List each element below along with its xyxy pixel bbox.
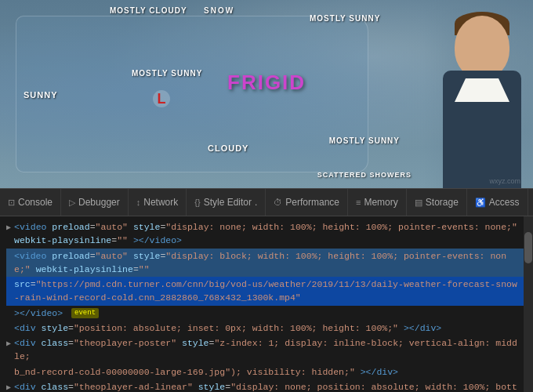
tab-storage[interactable]: ▤ Storage <box>407 189 467 216</box>
code-line-1: ▶ <video preload="auto" style="display: … <box>6 220 533 249</box>
code-line-6: ▶ <div class="theoplayer-poster" style="… <box>6 336 533 365</box>
code-line-4: ></video> event <box>6 306 533 321</box>
tab-style-editor[interactable]: {} Style Editor . <box>187 189 266 216</box>
code-lines: ▶ <video preload="auto" style="display: … <box>0 216 533 392</box>
video-preview-area: MOSTLY CLOUDY SNOW MOSTLY SUNNY SUNNY MO… <box>0 0 533 188</box>
line-arrow-2 <box>6 249 11 263</box>
network-icon: ↕ <box>136 198 141 207</box>
code-line-8: ▶ <div class="theoplayer-ad-linear" styl… <box>6 379 533 392</box>
add-panel-button[interactable]: + <box>528 195 533 209</box>
toolbar-right: + ⤢ <box>528 189 533 216</box>
tab-access[interactable]: ♿ Access <box>467 189 528 216</box>
mostly-sunny-bottom-label: MOSTLY SUNNY <box>329 136 400 145</box>
tab-memory[interactable]: ≡ Memory <box>348 189 407 216</box>
performance-icon: ⏱ <box>274 198 282 207</box>
snow-label: SNOW <box>204 6 234 15</box>
scrollbar-thumb <box>524 232 532 263</box>
cloudy-bottom-label: CLOUDY <box>208 143 248 153</box>
presenter-area <box>423 0 533 188</box>
line-arrow-3 <box>6 278 11 291</box>
tab-network[interactable]: ↕ Network <box>129 189 187 216</box>
code-line-3: src="https://pmd.cdn.turner.com/cnn/big/… <box>6 277 533 306</box>
debugger-icon: ▷ <box>69 198 75 208</box>
storage-icon: ▤ <box>415 198 422 208</box>
devtools-toolbar: ⊡ Console ▷ Debugger ↕ Network {} Style … <box>0 188 533 216</box>
tab-console[interactable]: ⊡ Console <box>0 189 61 216</box>
code-line-7: b_nd-record-cold-00000000-large-169.jpg"… <box>6 365 533 379</box>
tab-debugger[interactable]: ▷ Debugger <box>61 189 129 216</box>
line-arrow-4 <box>6 307 11 320</box>
console-icon: ⊡ <box>8 198 15 208</box>
scrollbar[interactable] <box>524 216 533 392</box>
scattered-showers-label: SCATTERED SHOWERS <box>317 171 412 179</box>
line-arrow-5 <box>6 321 11 335</box>
mostly-cloudy-label: MOSTLY CLOUDY <box>110 6 187 15</box>
style-editor-icon: {} <box>194 198 200 207</box>
line-arrow-7 <box>6 365 11 379</box>
memory-icon: ≡ <box>356 198 361 207</box>
line-arrow-8: ▶ <box>6 380 11 392</box>
code-line-5: <div style="position: absolute; inset: 0… <box>6 321 533 336</box>
presenter-face <box>455 16 509 78</box>
tab-performance[interactable]: ⏱ Performance <box>266 189 348 216</box>
mostly-sunny-mid-label: MOSTLY SUNNY <box>132 69 202 78</box>
watermark: wxyz.com <box>489 177 520 185</box>
line-arrow-6: ▶ <box>6 336 11 350</box>
frigid-label: FRIGID <box>227 71 306 95</box>
l-marker: L <box>153 90 170 107</box>
mostly-sunny-top-label: MOSTLY SUNNY <box>310 14 380 23</box>
code-panel: ▶ <video preload="auto" style="display: … <box>0 216 533 392</box>
code-line-2: <video preload="auto" style="display: bl… <box>6 249 533 278</box>
access-icon: ♿ <box>475 198 486 208</box>
sunny-left-label: SUNNY <box>24 90 58 100</box>
event-badge: event <box>71 308 99 319</box>
line-arrow-1: ▶ <box>6 220 11 234</box>
